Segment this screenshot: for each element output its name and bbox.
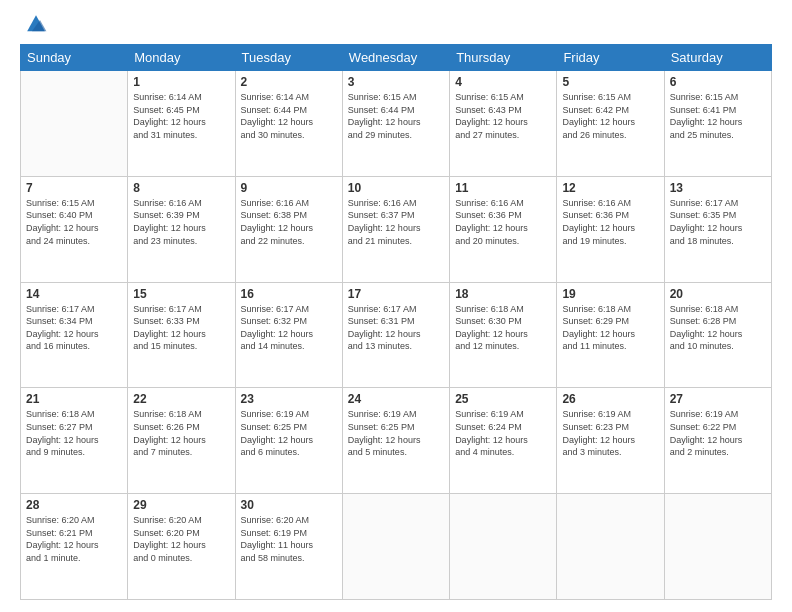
day-number: 4	[455, 75, 551, 89]
day-info: Sunrise: 6:15 AM Sunset: 6:41 PM Dayligh…	[670, 91, 766, 141]
day-info: Sunrise: 6:16 AM Sunset: 6:37 PM Dayligh…	[348, 197, 444, 247]
calendar-cell: 2Sunrise: 6:14 AM Sunset: 6:44 PM Daylig…	[235, 71, 342, 177]
day-info: Sunrise: 6:14 AM Sunset: 6:44 PM Dayligh…	[241, 91, 337, 141]
calendar-cell	[557, 494, 664, 600]
calendar-cell: 10Sunrise: 6:16 AM Sunset: 6:37 PM Dayli…	[342, 176, 449, 282]
calendar-week-row: 1Sunrise: 6:14 AM Sunset: 6:45 PM Daylig…	[21, 71, 772, 177]
calendar-cell: 8Sunrise: 6:16 AM Sunset: 6:39 PM Daylig…	[128, 176, 235, 282]
calendar-week-row: 7Sunrise: 6:15 AM Sunset: 6:40 PM Daylig…	[21, 176, 772, 282]
calendar-cell	[342, 494, 449, 600]
day-info: Sunrise: 6:18 AM Sunset: 6:27 PM Dayligh…	[26, 408, 122, 458]
calendar-cell: 12Sunrise: 6:16 AM Sunset: 6:36 PM Dayli…	[557, 176, 664, 282]
calendar-day-header: Sunday	[21, 45, 128, 71]
calendar-cell: 7Sunrise: 6:15 AM Sunset: 6:40 PM Daylig…	[21, 176, 128, 282]
day-info: Sunrise: 6:19 AM Sunset: 6:22 PM Dayligh…	[670, 408, 766, 458]
day-number: 27	[670, 392, 766, 406]
calendar-cell: 22Sunrise: 6:18 AM Sunset: 6:26 PM Dayli…	[128, 388, 235, 494]
day-number: 24	[348, 392, 444, 406]
day-number: 14	[26, 287, 122, 301]
calendar-cell: 29Sunrise: 6:20 AM Sunset: 6:20 PM Dayli…	[128, 494, 235, 600]
day-number: 2	[241, 75, 337, 89]
day-info: Sunrise: 6:17 AM Sunset: 6:32 PM Dayligh…	[241, 303, 337, 353]
day-info: Sunrise: 6:16 AM Sunset: 6:39 PM Dayligh…	[133, 197, 229, 247]
day-info: Sunrise: 6:19 AM Sunset: 6:25 PM Dayligh…	[348, 408, 444, 458]
day-number: 1	[133, 75, 229, 89]
day-number: 26	[562, 392, 658, 406]
calendar-day-header: Saturday	[664, 45, 771, 71]
day-number: 16	[241, 287, 337, 301]
calendar-header-row: SundayMondayTuesdayWednesdayThursdayFrid…	[21, 45, 772, 71]
day-info: Sunrise: 6:19 AM Sunset: 6:23 PM Dayligh…	[562, 408, 658, 458]
calendar-cell: 26Sunrise: 6:19 AM Sunset: 6:23 PM Dayli…	[557, 388, 664, 494]
day-info: Sunrise: 6:15 AM Sunset: 6:40 PM Dayligh…	[26, 197, 122, 247]
day-info: Sunrise: 6:20 AM Sunset: 6:20 PM Dayligh…	[133, 514, 229, 564]
day-info: Sunrise: 6:15 AM Sunset: 6:43 PM Dayligh…	[455, 91, 551, 141]
day-info: Sunrise: 6:15 AM Sunset: 6:44 PM Dayligh…	[348, 91, 444, 141]
calendar-cell: 4Sunrise: 6:15 AM Sunset: 6:43 PM Daylig…	[450, 71, 557, 177]
day-number: 13	[670, 181, 766, 195]
page: SundayMondayTuesdayWednesdayThursdayFrid…	[0, 0, 792, 612]
calendar-day-header: Monday	[128, 45, 235, 71]
day-number: 12	[562, 181, 658, 195]
calendar-cell: 24Sunrise: 6:19 AM Sunset: 6:25 PM Dayli…	[342, 388, 449, 494]
logo-icon	[24, 12, 48, 36]
calendar-cell: 5Sunrise: 6:15 AM Sunset: 6:42 PM Daylig…	[557, 71, 664, 177]
calendar-cell: 13Sunrise: 6:17 AM Sunset: 6:35 PM Dayli…	[664, 176, 771, 282]
day-info: Sunrise: 6:18 AM Sunset: 6:28 PM Dayligh…	[670, 303, 766, 353]
calendar-cell: 15Sunrise: 6:17 AM Sunset: 6:33 PM Dayli…	[128, 282, 235, 388]
calendar-day-header: Thursday	[450, 45, 557, 71]
day-number: 18	[455, 287, 551, 301]
day-info: Sunrise: 6:19 AM Sunset: 6:25 PM Dayligh…	[241, 408, 337, 458]
day-number: 30	[241, 498, 337, 512]
day-info: Sunrise: 6:17 AM Sunset: 6:34 PM Dayligh…	[26, 303, 122, 353]
day-number: 23	[241, 392, 337, 406]
day-info: Sunrise: 6:18 AM Sunset: 6:26 PM Dayligh…	[133, 408, 229, 458]
calendar-cell: 9Sunrise: 6:16 AM Sunset: 6:38 PM Daylig…	[235, 176, 342, 282]
day-info: Sunrise: 6:17 AM Sunset: 6:31 PM Dayligh…	[348, 303, 444, 353]
day-number: 17	[348, 287, 444, 301]
calendar-cell: 23Sunrise: 6:19 AM Sunset: 6:25 PM Dayli…	[235, 388, 342, 494]
calendar-cell: 11Sunrise: 6:16 AM Sunset: 6:36 PM Dayli…	[450, 176, 557, 282]
calendar-table: SundayMondayTuesdayWednesdayThursdayFrid…	[20, 44, 772, 600]
calendar-cell: 14Sunrise: 6:17 AM Sunset: 6:34 PM Dayli…	[21, 282, 128, 388]
day-info: Sunrise: 6:15 AM Sunset: 6:42 PM Dayligh…	[562, 91, 658, 141]
day-info: Sunrise: 6:16 AM Sunset: 6:36 PM Dayligh…	[562, 197, 658, 247]
calendar-cell	[450, 494, 557, 600]
calendar-day-header: Tuesday	[235, 45, 342, 71]
calendar-week-row: 28Sunrise: 6:20 AM Sunset: 6:21 PM Dayli…	[21, 494, 772, 600]
calendar-day-header: Friday	[557, 45, 664, 71]
calendar-day-header: Wednesday	[342, 45, 449, 71]
day-info: Sunrise: 6:16 AM Sunset: 6:38 PM Dayligh…	[241, 197, 337, 247]
day-number: 19	[562, 287, 658, 301]
calendar-cell: 18Sunrise: 6:18 AM Sunset: 6:30 PM Dayli…	[450, 282, 557, 388]
logo	[20, 20, 48, 36]
day-number: 21	[26, 392, 122, 406]
calendar-cell: 3Sunrise: 6:15 AM Sunset: 6:44 PM Daylig…	[342, 71, 449, 177]
day-number: 29	[133, 498, 229, 512]
calendar-cell: 27Sunrise: 6:19 AM Sunset: 6:22 PM Dayli…	[664, 388, 771, 494]
day-number: 8	[133, 181, 229, 195]
calendar-cell: 17Sunrise: 6:17 AM Sunset: 6:31 PM Dayli…	[342, 282, 449, 388]
day-info: Sunrise: 6:16 AM Sunset: 6:36 PM Dayligh…	[455, 197, 551, 247]
day-info: Sunrise: 6:18 AM Sunset: 6:30 PM Dayligh…	[455, 303, 551, 353]
day-number: 6	[670, 75, 766, 89]
calendar-cell: 19Sunrise: 6:18 AM Sunset: 6:29 PM Dayli…	[557, 282, 664, 388]
day-info: Sunrise: 6:14 AM Sunset: 6:45 PM Dayligh…	[133, 91, 229, 141]
day-number: 11	[455, 181, 551, 195]
calendar-week-row: 21Sunrise: 6:18 AM Sunset: 6:27 PM Dayli…	[21, 388, 772, 494]
calendar-cell: 30Sunrise: 6:20 AM Sunset: 6:19 PM Dayli…	[235, 494, 342, 600]
calendar-week-row: 14Sunrise: 6:17 AM Sunset: 6:34 PM Dayli…	[21, 282, 772, 388]
calendar-cell	[21, 71, 128, 177]
day-info: Sunrise: 6:18 AM Sunset: 6:29 PM Dayligh…	[562, 303, 658, 353]
day-number: 7	[26, 181, 122, 195]
day-number: 22	[133, 392, 229, 406]
calendar-cell: 6Sunrise: 6:15 AM Sunset: 6:41 PM Daylig…	[664, 71, 771, 177]
day-number: 15	[133, 287, 229, 301]
day-info: Sunrise: 6:19 AM Sunset: 6:24 PM Dayligh…	[455, 408, 551, 458]
day-number: 9	[241, 181, 337, 195]
calendar-cell: 20Sunrise: 6:18 AM Sunset: 6:28 PM Dayli…	[664, 282, 771, 388]
calendar-cell: 16Sunrise: 6:17 AM Sunset: 6:32 PM Dayli…	[235, 282, 342, 388]
calendar-cell: 28Sunrise: 6:20 AM Sunset: 6:21 PM Dayli…	[21, 494, 128, 600]
day-number: 28	[26, 498, 122, 512]
day-info: Sunrise: 6:17 AM Sunset: 6:35 PM Dayligh…	[670, 197, 766, 247]
